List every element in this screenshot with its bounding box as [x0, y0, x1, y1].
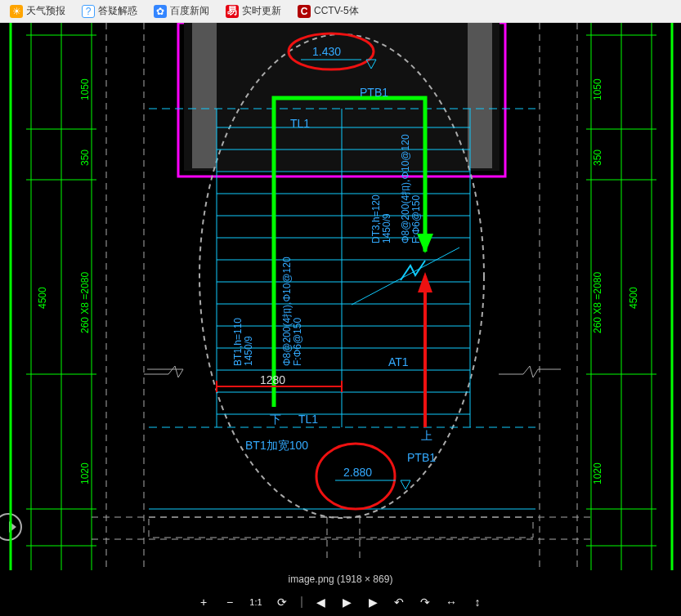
- dim-1280: 1280: [260, 373, 285, 386]
- image-viewer: 1.430 2.880 PTB1 PTB1 TL1 TL1 AT1 BT1加宽1…: [0, 23, 681, 616]
- label-at1: AT1: [388, 355, 409, 368]
- elevation-bot: 2.880: [343, 466, 372, 479]
- fit-horizontal-button[interactable]: ↔: [444, 595, 459, 609]
- separator-icon: [301, 596, 302, 608]
- actual-size-button[interactable]: 1:1: [249, 595, 263, 609]
- image-filename: image.png: [289, 574, 334, 585]
- bt1-spec3: Φ8@200(4扣),Φ10@120: [281, 257, 293, 366]
- dim-1020-l: 1020: [79, 462, 91, 484]
- prev-button[interactable]: ◀: [313, 595, 328, 609]
- bookmark-baidu[interactable]: ✿ 百度新闻: [150, 2, 213, 20]
- dim-260x8-l: 260 X8 =2080: [79, 272, 91, 333]
- bookmark-qa[interactable]: ? 答疑解惑: [78, 2, 141, 20]
- dim-350-l: 350: [79, 150, 91, 166]
- dim-350-r: 350: [592, 150, 603, 166]
- bookmark-label: 百度新闻: [170, 4, 209, 18]
- viewer-toolbar: + − 1:1 ⟳ ◀ ▶ ▶ ↶ ↷ ↔ ↕: [196, 595, 485, 609]
- svg-marker-61: [401, 480, 410, 489]
- bt1-spec1: BT1,h=110: [232, 318, 244, 366]
- zoom-out-button[interactable]: −: [222, 595, 237, 609]
- bookmark-label: 天气预报: [26, 4, 65, 18]
- bookmark-label: 实时更新: [242, 4, 281, 18]
- play-button[interactable]: ▶: [339, 595, 354, 609]
- cctv-icon: C: [298, 5, 311, 18]
- bookmark-bar: ☀ 天气预报 ? 答疑解惑 ✿ 百度新闻 易 实时更新 C CCTV-5体: [0, 0, 681, 23]
- elevation-top: 1.430: [312, 45, 341, 58]
- cad-drawing: 1.430 2.880 PTB1 PTB1 TL1 TL1 AT1 BT1加宽1…: [0, 23, 681, 570]
- label-down: 下: [270, 413, 281, 426]
- question-icon: ?: [82, 5, 95, 18]
- dim-4500-r: 4500: [628, 287, 639, 309]
- bt1-spec4: F:Φ6@150: [292, 318, 303, 366]
- label-ptb1-top: PTB1: [360, 86, 388, 99]
- dim-1050-r: 1050: [592, 78, 603, 100]
- rotate-button[interactable]: ⟳: [275, 595, 289, 609]
- label-bt1-note: BT1加宽100: [245, 439, 308, 452]
- news-icon: 易: [226, 5, 239, 18]
- redo-button[interactable]: ↷: [418, 595, 432, 609]
- dt3-spec3: Φ8@200(4扣),Φ10@120: [400, 134, 411, 243]
- dt3-spec1: DT3,h=120: [370, 194, 382, 243]
- paw-icon: ✿: [154, 5, 167, 18]
- dim-1050-l: 1050: [79, 78, 91, 100]
- label-up: 上: [421, 429, 432, 442]
- bookmark-label: 答疑解惑: [98, 4, 137, 18]
- label-ptb1-bot: PTB1: [407, 451, 436, 464]
- label-tl1-bot: TL1: [298, 413, 318, 426]
- svg-rect-64: [149, 517, 533, 538]
- bookmark-cctv[interactable]: C CCTV-5体: [294, 2, 362, 20]
- bt1-spec2: 1450/9: [243, 336, 254, 366]
- svg-rect-23: [468, 23, 492, 168]
- image-caption: image.png (1918 × 869): [0, 574, 681, 585]
- bookmark-label: CCTV-5体: [314, 4, 359, 18]
- dim-1020-r: 1020: [592, 462, 603, 484]
- label-tl1-top: TL1: [290, 117, 310, 130]
- dt3-spec2: 1450/9: [381, 213, 392, 243]
- dim-4500-l: 4500: [37, 287, 48, 309]
- fit-vertical-button[interactable]: ↕: [470, 595, 485, 609]
- dt3-spec4: F:Φ6@150: [410, 195, 422, 243]
- sun-icon: ☀: [10, 5, 23, 18]
- zoom-in-button[interactable]: +: [196, 595, 211, 609]
- bookmark-news[interactable]: 易 实时更新: [222, 2, 284, 20]
- next-button[interactable]: ▶: [365, 595, 380, 609]
- svg-line-49: [352, 248, 459, 305]
- image-dimensions: (1918 × 869): [337, 574, 392, 585]
- bookmark-weather[interactable]: ☀ 天气预报: [7, 2, 69, 20]
- svg-rect-22: [192, 23, 217, 168]
- undo-button[interactable]: ↶: [392, 595, 406, 609]
- dim-260x8-r: 260 X8 =2080: [592, 272, 603, 333]
